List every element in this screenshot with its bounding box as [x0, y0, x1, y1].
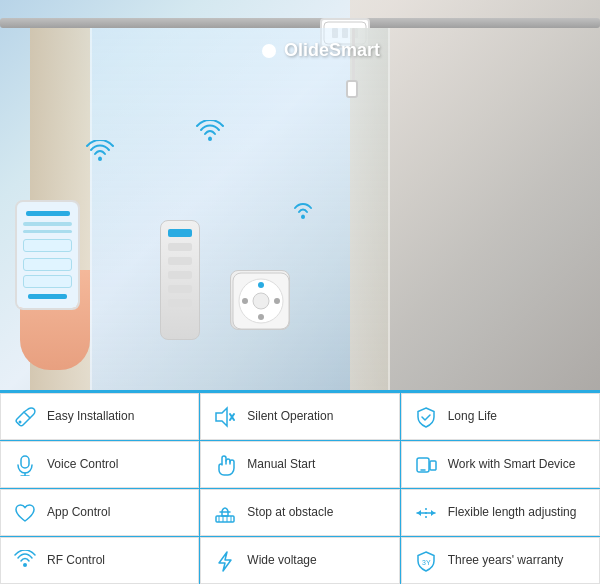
svg-marker-16: [216, 408, 227, 426]
heart-app-icon: [11, 499, 39, 527]
silent-operation-label: Silent Operation: [247, 409, 333, 425]
svg-point-14: [274, 298, 280, 304]
svg-point-13: [242, 298, 248, 304]
wifi-icon-2: [195, 120, 225, 150]
hero-section: OlideSmart: [0, 0, 600, 390]
brand-circle: [262, 44, 276, 58]
power-plug: [346, 80, 358, 98]
wifi-rf-icon: [11, 547, 39, 575]
voltage-icon: [211, 547, 239, 575]
feature-rf-control: RF Control: [0, 537, 199, 584]
flexible-length-label: Flexible length adjusting: [448, 505, 577, 521]
wide-voltage-label: Wide voltage: [247, 553, 316, 569]
feature-app-control: App Control: [0, 489, 199, 536]
wifi-icon-3: [290, 200, 316, 226]
svg-point-15: [19, 420, 22, 423]
feature-work-smart-device: Work with Smart Device: [401, 441, 600, 488]
svg-marker-36: [219, 552, 231, 571]
svg-point-35: [23, 563, 27, 567]
adjust-icon: [412, 499, 440, 527]
svg-text:3Y: 3Y: [422, 559, 431, 566]
feature-voice-control: Voice Control: [0, 441, 199, 488]
hand-icon: [211, 451, 239, 479]
feature-easy-installation: Easy Installation: [0, 393, 199, 440]
svg-marker-32: [417, 510, 421, 516]
remote-control: [160, 220, 200, 340]
mic-icon: [11, 451, 39, 479]
manual-start-label: Manual Start: [247, 457, 315, 473]
warranty-icon: 3Y: [412, 547, 440, 575]
easy-installation-label: Easy Installation: [47, 409, 134, 425]
feature-flexible-length: Flexible length adjusting: [401, 489, 600, 536]
rf-control-label: RF Control: [47, 553, 105, 569]
curtain-rail: [0, 18, 600, 28]
wifi-icon-1: [85, 140, 115, 170]
svg-point-7: [301, 215, 305, 219]
svg-rect-23: [430, 461, 436, 470]
obstacle-icon: [211, 499, 239, 527]
feature-stop-obstacle: Stop at obstacle: [200, 489, 399, 536]
feature-three-years-warranty: 3Y Three years' warranty: [401, 537, 600, 584]
wall-panel: [230, 270, 290, 330]
shield-icon: [412, 403, 440, 431]
feature-manual-start: Manual Start: [200, 441, 399, 488]
phone-hand: [10, 210, 100, 370]
stop-obstacle-label: Stop at obstacle: [247, 505, 333, 521]
wrench-icon: [11, 403, 39, 431]
brand-logo: OlideSmart: [262, 40, 380, 61]
phone-screen: [17, 202, 78, 308]
features-grid: Easy Installation Silent Operation Long …: [0, 390, 600, 584]
voice-control-label: Voice Control: [47, 457, 118, 473]
feature-long-life: Long Life: [401, 393, 600, 440]
long-life-label: Long Life: [448, 409, 497, 425]
window-light: [90, 28, 390, 390]
svg-point-6: [208, 137, 212, 141]
three-years-warranty-label: Three years' warranty: [448, 553, 564, 569]
app-control-label: App Control: [47, 505, 110, 521]
work-smart-device-label: Work with Smart Device: [448, 457, 576, 473]
feature-wide-voltage: Wide voltage: [200, 537, 399, 584]
device-icon: [412, 451, 440, 479]
svg-marker-33: [431, 510, 435, 516]
feature-silent-operation: Silent Operation: [200, 393, 399, 440]
sound-off-icon: [211, 403, 239, 431]
bed-decoration: [390, 270, 590, 370]
svg-point-10: [253, 293, 269, 309]
svg-point-11: [258, 282, 264, 288]
svg-rect-19: [21, 456, 29, 468]
phone-shape: [15, 200, 80, 310]
svg-point-5: [98, 157, 102, 161]
svg-point-12: [258, 314, 264, 320]
